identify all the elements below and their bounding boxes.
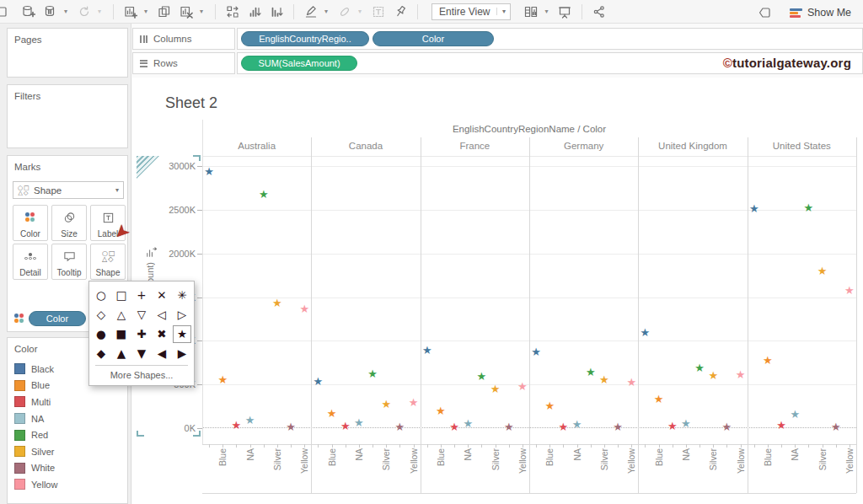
x-tick-label[interactable]: Silver — [707, 448, 719, 492]
mark-star[interactable]: ★ — [804, 202, 814, 213]
mark-star[interactable]: ★ — [817, 265, 828, 276]
x-tick-label[interactable]: Yellow — [517, 448, 528, 492]
mark-star[interactable]: ★ — [790, 409, 800, 420]
mark-star[interactable]: ★ — [844, 285, 855, 296]
palette-shape-cell[interactable]: ✖ — [152, 324, 172, 344]
x-tick-label[interactable]: NA — [462, 448, 474, 492]
x-tick-label[interactable]: Blue — [762, 448, 774, 492]
mark-star[interactable]: ★ — [299, 303, 309, 314]
mark-star[interactable]: ★ — [572, 419, 582, 430]
palette-shape-cell[interactable]: ✳ — [172, 286, 192, 305]
mark-star[interactable]: ★ — [763, 355, 773, 366]
palette-shape-cell[interactable]: ● — [91, 324, 111, 344]
mark-star[interactable]: ★ — [463, 418, 473, 429]
mark-star[interactable]: ★ — [449, 421, 459, 432]
palette-shape-cell[interactable]: ◇ — [91, 305, 111, 324]
mark-star[interactable]: ★ — [367, 368, 378, 379]
mark-star[interactable]: ★ — [436, 405, 446, 416]
x-tick-label[interactable]: Silver — [598, 448, 610, 492]
palette-shape-cell[interactable]: + — [131, 286, 152, 305]
x-tick-label[interactable]: NA — [244, 448, 256, 492]
mark-star[interactable]: ★ — [340, 421, 351, 432]
column-header-united-states[interactable]: United States — [748, 141, 856, 151]
x-tick-label[interactable]: Blue — [435, 448, 447, 492]
mark-star[interactable]: ★ — [586, 367, 596, 378]
x-tick-label[interactable]: Blue — [217, 448, 228, 492]
mark-star[interactable]: ★ — [831, 421, 841, 432]
x-tick-label[interactable]: Yellow — [408, 448, 420, 492]
x-tick-label[interactable]: Silver — [817, 448, 828, 492]
palette-shape-cell[interactable]: ■ — [111, 324, 131, 344]
x-tick-label[interactable]: NA — [680, 448, 692, 492]
x-tick-label[interactable]: Blue — [326, 448, 338, 492]
x-tick-label[interactable]: Yellow — [735, 448, 747, 492]
palette-shape-cell[interactable]: ▼ — [131, 344, 152, 363]
mark-star[interactable]: ★ — [381, 399, 391, 410]
palette-shape-cell[interactable]: ◀ — [152, 344, 172, 363]
palette-shape-cell[interactable]: ✚ — [131, 324, 152, 344]
mark-star[interactable]: ★ — [490, 383, 501, 394]
mark-star[interactable]: ★ — [517, 381, 528, 392]
palette-shape-cell[interactable]: □ — [111, 286, 131, 305]
mark-star[interactable]: ★ — [736, 369, 746, 380]
column-header-australia[interactable]: Australia — [202, 141, 311, 151]
x-tick-label[interactable]: Silver — [380, 448, 392, 492]
mark-star[interactable]: ★ — [694, 362, 705, 373]
x-tick-label[interactable]: Yellow — [625, 448, 637, 492]
x-tick-label[interactable]: NA — [571, 448, 583, 492]
mark-star[interactable]: ★ — [217, 374, 228, 385]
mark-star[interactable]: ★ — [286, 421, 296, 432]
mark-star[interactable]: ★ — [504, 421, 514, 432]
palette-shape-cell[interactable]: ▽ — [131, 305, 152, 324]
x-tick-label[interactable]: Blue — [653, 448, 665, 492]
mark-star[interactable]: ★ — [599, 374, 609, 385]
mark-star[interactable]: ★ — [749, 203, 759, 214]
mark-star[interactable]: ★ — [409, 397, 419, 408]
mark-star[interactable]: ★ — [531, 346, 541, 357]
x-tick-label[interactable]: Yellow — [298, 448, 310, 492]
mark-star[interactable]: ★ — [613, 421, 623, 432]
x-tick-label[interactable]: Silver — [490, 448, 501, 492]
mark-star[interactable]: ★ — [259, 189, 269, 200]
mark-star[interactable]: ★ — [232, 420, 242, 431]
mark-star[interactable]: ★ — [327, 408, 337, 419]
column-header-germany[interactable]: Germany — [529, 141, 638, 151]
palette-shape-cell[interactable]: ★ — [172, 324, 192, 344]
mark-star[interactable]: ★ — [722, 421, 732, 432]
mark-star[interactable]: ★ — [245, 415, 255, 426]
mark-star[interactable]: ★ — [422, 345, 432, 356]
column-header-united-kingdom[interactable]: United Kingdom — [638, 141, 747, 151]
mark-star[interactable]: ★ — [654, 394, 664, 405]
mark-star[interactable]: ★ — [626, 377, 636, 388]
mark-star[interactable]: ★ — [544, 400, 555, 411]
mark-star[interactable]: ★ — [776, 420, 786, 431]
mark-star[interactable]: ★ — [681, 418, 691, 429]
palette-shape-cell[interactable]: △ — [111, 305, 131, 324]
mark-star[interactable]: ★ — [354, 417, 364, 428]
palette-shape-cell[interactable]: ✕ — [152, 286, 172, 305]
palette-shape-cell[interactable]: ▷ — [172, 305, 192, 324]
x-tick-label-text: Silver — [599, 448, 609, 470]
mark-star[interactable]: ★ — [477, 371, 487, 382]
x-tick-label[interactable]: Blue — [544, 448, 555, 492]
palette-shape-cell[interactable]: ○ — [91, 286, 111, 305]
mark-star[interactable]: ★ — [314, 376, 324, 387]
mark-star[interactable]: ★ — [559, 421, 569, 432]
palette-shape-cell[interactable]: ▲ — [111, 344, 131, 363]
x-tick-label[interactable]: NA — [353, 448, 365, 492]
x-tick-label[interactable]: Silver — [271, 448, 283, 492]
x-tick-label[interactable]: Yellow — [844, 448, 855, 492]
mark-star[interactable]: ★ — [708, 370, 718, 381]
mark-star[interactable]: ★ — [667, 421, 678, 432]
mark-star[interactable]: ★ — [204, 166, 214, 177]
column-header-france[interactable]: France — [421, 141, 529, 151]
palette-shape-cell[interactable]: ◆ — [91, 344, 111, 363]
column-header-canada[interactable]: Canada — [311, 141, 420, 151]
palette-shape-cell[interactable]: ◁ — [152, 305, 172, 324]
mark-star[interactable]: ★ — [272, 298, 282, 308]
mark-star[interactable]: ★ — [641, 327, 651, 338]
more-shapes-button[interactable]: More Shapes... — [95, 365, 188, 380]
palette-shape-cell[interactable]: ▶ — [172, 344, 192, 363]
x-tick-label[interactable]: NA — [789, 448, 801, 492]
mark-star[interactable]: ★ — [395, 421, 405, 432]
